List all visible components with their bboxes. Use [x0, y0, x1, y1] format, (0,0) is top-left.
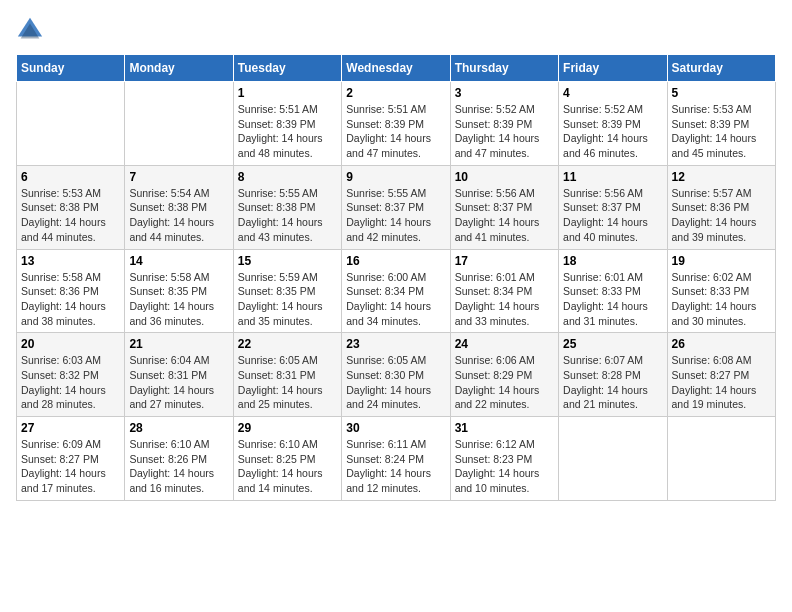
day-info: Sunrise: 6:05 AMSunset: 8:31 PMDaylight:… [238, 353, 337, 412]
calendar-cell: 18Sunrise: 6:01 AMSunset: 8:33 PMDayligh… [559, 249, 667, 333]
day-number: 31 [455, 421, 554, 435]
calendar-cell: 22Sunrise: 6:05 AMSunset: 8:31 PMDayligh… [233, 333, 341, 417]
day-number: 28 [129, 421, 228, 435]
day-number: 2 [346, 86, 445, 100]
day-info: Sunrise: 6:09 AMSunset: 8:27 PMDaylight:… [21, 437, 120, 496]
day-info: Sunrise: 5:55 AMSunset: 8:38 PMDaylight:… [238, 186, 337, 245]
day-number: 26 [672, 337, 771, 351]
calendar-cell: 9Sunrise: 5:55 AMSunset: 8:37 PMDaylight… [342, 165, 450, 249]
calendar-cell: 7Sunrise: 5:54 AMSunset: 8:38 PMDaylight… [125, 165, 233, 249]
calendar-cell: 1Sunrise: 5:51 AMSunset: 8:39 PMDaylight… [233, 82, 341, 166]
calendar-cell: 21Sunrise: 6:04 AMSunset: 8:31 PMDayligh… [125, 333, 233, 417]
calendar-week-row: 20Sunrise: 6:03 AMSunset: 8:32 PMDayligh… [17, 333, 776, 417]
calendar-cell: 12Sunrise: 5:57 AMSunset: 8:36 PMDayligh… [667, 165, 775, 249]
calendar-cell: 29Sunrise: 6:10 AMSunset: 8:25 PMDayligh… [233, 417, 341, 501]
day-info: Sunrise: 5:51 AMSunset: 8:39 PMDaylight:… [346, 102, 445, 161]
calendar-week-row: 6Sunrise: 5:53 AMSunset: 8:38 PMDaylight… [17, 165, 776, 249]
day-info: Sunrise: 5:52 AMSunset: 8:39 PMDaylight:… [455, 102, 554, 161]
day-info: Sunrise: 5:55 AMSunset: 8:37 PMDaylight:… [346, 186, 445, 245]
day-number: 25 [563, 337, 662, 351]
day-number: 11 [563, 170, 662, 184]
day-number: 24 [455, 337, 554, 351]
calendar-cell: 23Sunrise: 6:05 AMSunset: 8:30 PMDayligh… [342, 333, 450, 417]
day-info: Sunrise: 5:51 AMSunset: 8:39 PMDaylight:… [238, 102, 337, 161]
calendar-week-row: 13Sunrise: 5:58 AMSunset: 8:36 PMDayligh… [17, 249, 776, 333]
calendar-cell: 11Sunrise: 5:56 AMSunset: 8:37 PMDayligh… [559, 165, 667, 249]
calendar-cell: 6Sunrise: 5:53 AMSunset: 8:38 PMDaylight… [17, 165, 125, 249]
day-number: 5 [672, 86, 771, 100]
day-number: 27 [21, 421, 120, 435]
day-info: Sunrise: 6:07 AMSunset: 8:28 PMDaylight:… [563, 353, 662, 412]
day-info: Sunrise: 6:08 AMSunset: 8:27 PMDaylight:… [672, 353, 771, 412]
day-number: 8 [238, 170, 337, 184]
day-info: Sunrise: 6:01 AMSunset: 8:33 PMDaylight:… [563, 270, 662, 329]
calendar-cell: 15Sunrise: 5:59 AMSunset: 8:35 PMDayligh… [233, 249, 341, 333]
day-info: Sunrise: 6:06 AMSunset: 8:29 PMDaylight:… [455, 353, 554, 412]
calendar-cell: 30Sunrise: 6:11 AMSunset: 8:24 PMDayligh… [342, 417, 450, 501]
day-info: Sunrise: 6:05 AMSunset: 8:30 PMDaylight:… [346, 353, 445, 412]
logo [16, 16, 48, 44]
day-info: Sunrise: 5:59 AMSunset: 8:35 PMDaylight:… [238, 270, 337, 329]
day-info: Sunrise: 6:01 AMSunset: 8:34 PMDaylight:… [455, 270, 554, 329]
weekday-header: Sunday [17, 55, 125, 82]
calendar-cell: 16Sunrise: 6:00 AMSunset: 8:34 PMDayligh… [342, 249, 450, 333]
calendar-cell [559, 417, 667, 501]
day-number: 9 [346, 170, 445, 184]
day-number: 16 [346, 254, 445, 268]
day-info: Sunrise: 6:00 AMSunset: 8:34 PMDaylight:… [346, 270, 445, 329]
day-info: Sunrise: 6:02 AMSunset: 8:33 PMDaylight:… [672, 270, 771, 329]
day-info: Sunrise: 6:11 AMSunset: 8:24 PMDaylight:… [346, 437, 445, 496]
calendar-cell [17, 82, 125, 166]
day-info: Sunrise: 5:53 AMSunset: 8:39 PMDaylight:… [672, 102, 771, 161]
day-info: Sunrise: 6:12 AMSunset: 8:23 PMDaylight:… [455, 437, 554, 496]
day-number: 23 [346, 337, 445, 351]
day-number: 13 [21, 254, 120, 268]
day-info: Sunrise: 5:52 AMSunset: 8:39 PMDaylight:… [563, 102, 662, 161]
calendar-cell: 17Sunrise: 6:01 AMSunset: 8:34 PMDayligh… [450, 249, 558, 333]
day-info: Sunrise: 6:04 AMSunset: 8:31 PMDaylight:… [129, 353, 228, 412]
day-info: Sunrise: 5:54 AMSunset: 8:38 PMDaylight:… [129, 186, 228, 245]
calendar-cell: 25Sunrise: 6:07 AMSunset: 8:28 PMDayligh… [559, 333, 667, 417]
day-info: Sunrise: 5:56 AMSunset: 8:37 PMDaylight:… [455, 186, 554, 245]
day-info: Sunrise: 6:10 AMSunset: 8:26 PMDaylight:… [129, 437, 228, 496]
day-number: 12 [672, 170, 771, 184]
weekday-header: Saturday [667, 55, 775, 82]
calendar-cell: 28Sunrise: 6:10 AMSunset: 8:26 PMDayligh… [125, 417, 233, 501]
calendar-header-row: SundayMondayTuesdayWednesdayThursdayFrid… [17, 55, 776, 82]
day-info: Sunrise: 5:53 AMSunset: 8:38 PMDaylight:… [21, 186, 120, 245]
calendar-cell: 24Sunrise: 6:06 AMSunset: 8:29 PMDayligh… [450, 333, 558, 417]
page-header [16, 16, 776, 44]
weekday-header: Wednesday [342, 55, 450, 82]
weekday-header: Monday [125, 55, 233, 82]
calendar-cell: 4Sunrise: 5:52 AMSunset: 8:39 PMDaylight… [559, 82, 667, 166]
day-number: 15 [238, 254, 337, 268]
day-number: 30 [346, 421, 445, 435]
day-number: 18 [563, 254, 662, 268]
calendar-week-row: 1Sunrise: 5:51 AMSunset: 8:39 PMDaylight… [17, 82, 776, 166]
calendar-cell [667, 417, 775, 501]
day-number: 21 [129, 337, 228, 351]
day-number: 29 [238, 421, 337, 435]
day-number: 22 [238, 337, 337, 351]
calendar-cell: 19Sunrise: 6:02 AMSunset: 8:33 PMDayligh… [667, 249, 775, 333]
weekday-header: Tuesday [233, 55, 341, 82]
logo-icon [16, 16, 44, 44]
day-info: Sunrise: 6:03 AMSunset: 8:32 PMDaylight:… [21, 353, 120, 412]
day-number: 4 [563, 86, 662, 100]
calendar-cell [125, 82, 233, 166]
calendar-cell: 10Sunrise: 5:56 AMSunset: 8:37 PMDayligh… [450, 165, 558, 249]
day-info: Sunrise: 5:58 AMSunset: 8:35 PMDaylight:… [129, 270, 228, 329]
calendar-cell: 14Sunrise: 5:58 AMSunset: 8:35 PMDayligh… [125, 249, 233, 333]
weekday-header: Thursday [450, 55, 558, 82]
calendar-cell: 26Sunrise: 6:08 AMSunset: 8:27 PMDayligh… [667, 333, 775, 417]
day-number: 10 [455, 170, 554, 184]
calendar-week-row: 27Sunrise: 6:09 AMSunset: 8:27 PMDayligh… [17, 417, 776, 501]
calendar-cell: 13Sunrise: 5:58 AMSunset: 8:36 PMDayligh… [17, 249, 125, 333]
calendar-cell: 8Sunrise: 5:55 AMSunset: 8:38 PMDaylight… [233, 165, 341, 249]
calendar-cell: 31Sunrise: 6:12 AMSunset: 8:23 PMDayligh… [450, 417, 558, 501]
day-info: Sunrise: 5:56 AMSunset: 8:37 PMDaylight:… [563, 186, 662, 245]
day-info: Sunrise: 5:57 AMSunset: 8:36 PMDaylight:… [672, 186, 771, 245]
day-number: 19 [672, 254, 771, 268]
day-number: 20 [21, 337, 120, 351]
calendar-cell: 2Sunrise: 5:51 AMSunset: 8:39 PMDaylight… [342, 82, 450, 166]
